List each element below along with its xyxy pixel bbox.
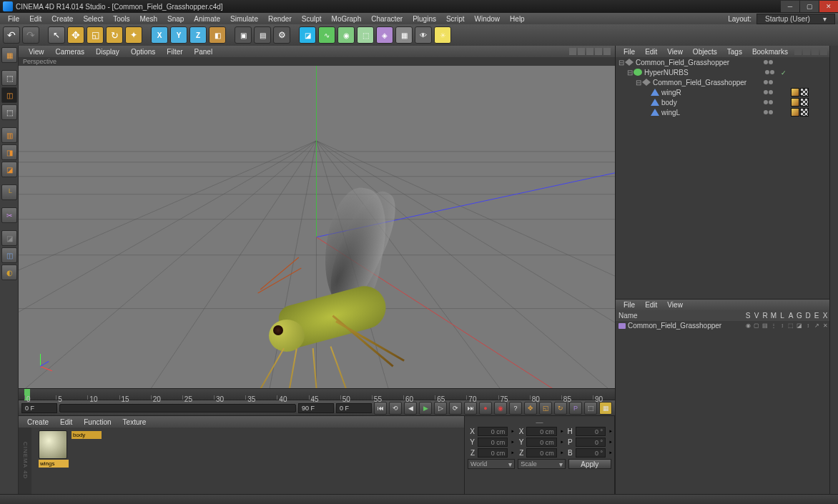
visibility-dots[interactable] — [764, 80, 779, 84]
view-nav-icon[interactable] — [578, 48, 585, 55]
tag-icon[interactable] — [791, 98, 799, 107]
add-primitive-button[interactable] — [299, 26, 316, 44]
objmenu-bookmarks[interactable]: Bookmarks — [747, 48, 793, 56]
goto-start-button[interactable]: ⏮ — [374, 402, 387, 415]
matmenu-texture[interactable]: Texture — [117, 418, 152, 426]
texture-mode-button[interactable] — [1, 87, 17, 103]
viewmenu-view[interactable]: View — [23, 48, 50, 56]
tree-row[interactable]: body — [616, 97, 829, 107]
menu-help[interactable]: Help — [505, 15, 530, 23]
menu-file[interactable]: File — [3, 15, 24, 23]
current-frame-input[interactable]: 0 F — [336, 403, 372, 413]
point-mode-button[interactable] — [1, 127, 17, 143]
layout-icon[interactable] — [820, 48, 827, 55]
y-axis-lock-button[interactable] — [170, 26, 187, 44]
add-camera-button[interactable] — [415, 26, 432, 44]
menu-snap[interactable]: Snap — [162, 15, 189, 23]
menu-select[interactable]: Select — [78, 15, 108, 23]
coord-system-button[interactable] — [209, 26, 226, 44]
goto-end-button[interactable]: ⏭ — [464, 402, 477, 415]
attrmenu-file[interactable]: File — [618, 301, 640, 309]
viewmenu-options[interactable]: Options — [125, 48, 161, 56]
menu-render[interactable]: Render — [263, 15, 297, 23]
material-item[interactable]: body — [72, 430, 102, 491]
make-editable-button[interactable] — [1, 47, 17, 63]
visibility-dots[interactable] — [765, 70, 781, 74]
menu-mesh[interactable]: Mesh — [135, 15, 162, 23]
timeline-button[interactable]: ▦ — [599, 402, 612, 415]
apply-button[interactable]: Apply — [568, 459, 611, 469]
viewport-solo-button[interactable] — [1, 230, 17, 246]
coord-input[interactable]: 0 ° — [576, 438, 606, 447]
coord-input[interactable]: 0 cm — [526, 438, 556, 447]
matmenu-edit[interactable]: Edit — [54, 418, 78, 426]
timeline-range-slider[interactable] — [59, 404, 296, 412]
move-button[interactable] — [67, 26, 84, 44]
coord-mode-dropdown[interactable]: World▾ — [468, 459, 515, 469]
tree-toggle[interactable]: ⊟ — [627, 69, 634, 76]
record-button[interactable]: ● — [479, 402, 492, 415]
menu-create[interactable]: Create — [46, 15, 78, 23]
tree-toggle[interactable]: ⊟ — [618, 59, 625, 66]
visibility-dots[interactable] — [764, 90, 779, 94]
key-pos-button[interactable]: ✥ — [524, 402, 537, 415]
add-spline-button[interactable] — [318, 26, 335, 44]
tag-icon[interactable] — [800, 108, 809, 117]
key-rot-button[interactable]: ↻ — [554, 402, 567, 415]
objmenu-view[interactable]: View — [662, 48, 688, 56]
add-light-button[interactable] — [434, 26, 451, 44]
view-nav-icon[interactable] — [569, 48, 576, 55]
tree-row[interactable]: ⊟Common_Field_Grasshopper — [616, 57, 829, 67]
objmenu-file[interactable]: File — [618, 48, 640, 56]
perspective-viewport[interactable] — [19, 66, 615, 388]
tag-icon[interactable] — [791, 88, 799, 97]
next-frame-button[interactable]: ▷ — [434, 402, 447, 415]
viewmenu-cameras[interactable]: Cameras — [50, 48, 91, 56]
model-mode-button[interactable] — [1, 70, 17, 86]
prev-key-button[interactable]: ⟲ — [389, 402, 402, 415]
menu-mograph[interactable]: MoGraph — [327, 15, 367, 23]
menu-edit[interactable]: Edit — [24, 15, 46, 23]
objmenu-edit[interactable]: Edit — [640, 48, 662, 56]
menu-plugins[interactable]: Plugins — [408, 15, 441, 23]
menu-tools[interactable]: Tools — [108, 15, 134, 23]
view-icon[interactable] — [803, 48, 810, 55]
tag-icon[interactable] — [800, 88, 809, 97]
objmenu-objects[interactable]: Objects — [688, 48, 722, 56]
tweak-button[interactable] — [1, 207, 17, 223]
polygon-mode-button[interactable] — [1, 162, 17, 177]
key-pla-button[interactable]: ⬚ — [584, 402, 597, 415]
take-row[interactable]: Common_Field_Grasshopper ◉▢▤⋮ ↕⬚◪↕ ↗✕ — [616, 321, 829, 331]
tag-icon[interactable] — [800, 98, 809, 107]
live-select-button[interactable] — [48, 26, 65, 44]
layout-dropdown[interactable]: Startup (User)▾ — [756, 14, 835, 24]
coord-input[interactable]: 0 ° — [576, 448, 606, 458]
x-axis-lock-button[interactable] — [151, 26, 168, 44]
play-button[interactable]: ▶ — [419, 402, 432, 415]
render-settings-button[interactable] — [273, 26, 290, 44]
tree-row[interactable]: wingR — [616, 87, 829, 97]
menu-window[interactable]: Window — [470, 15, 506, 23]
maximize-button[interactable]: ▢ — [800, 1, 819, 12]
viewmenu-display[interactable]: Display — [90, 48, 125, 56]
coord-input[interactable]: 0 cm — [526, 448, 556, 458]
menu-simulate[interactable]: Simulate — [225, 15, 263, 23]
edge-mode-button[interactable] — [1, 144, 17, 160]
close-button[interactable]: ✕ — [819, 1, 838, 12]
frame-start-input[interactable]: 0 F — [21, 403, 57, 413]
objmenu-tags[interactable]: Tags — [722, 48, 747, 56]
redo-button[interactable] — [22, 26, 39, 44]
menu-character[interactable]: Character — [366, 15, 408, 23]
prev-frame-button[interactable]: ◀ — [404, 402, 417, 415]
add-environment-button[interactable] — [395, 26, 413, 44]
visibility-dots[interactable] — [764, 110, 779, 114]
attrmenu-view[interactable]: View — [662, 301, 688, 309]
view-nav-icon[interactable] — [595, 48, 602, 55]
timeline-ruler[interactable]: 051015202530354045505560657075808590 — [19, 388, 615, 400]
material-item[interactable]: wings — [39, 430, 69, 491]
key-param-button[interactable]: P — [569, 402, 582, 415]
viewmenu-panel[interactable]: Panel — [189, 48, 219, 56]
tag-icon[interactable] — [791, 108, 799, 117]
tree-row[interactable]: ⊟Common_Field_Grasshopper — [616, 77, 829, 87]
add-nurbs-button[interactable] — [337, 26, 355, 44]
